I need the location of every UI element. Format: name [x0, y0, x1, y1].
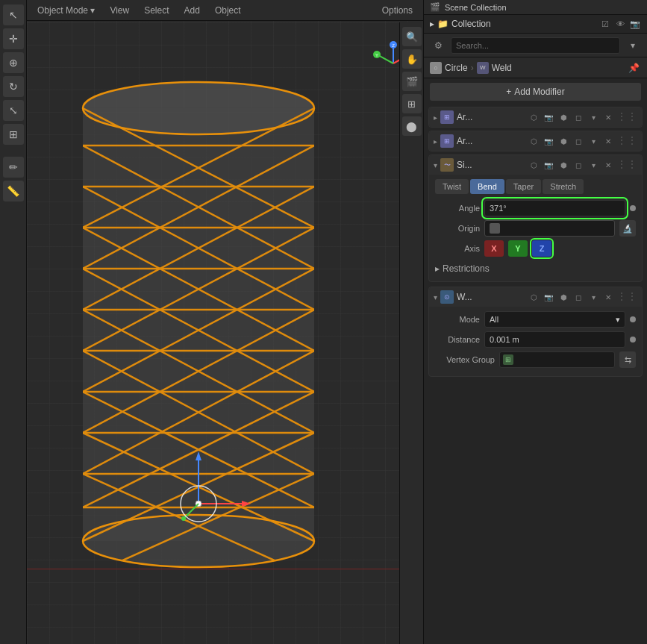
mod-drag-handle-2[interactable]: ⋮⋮: [616, 134, 637, 148]
collection-checkbox[interactable]: ☑: [599, 18, 611, 30]
viewport-camera[interactable]: 🎬: [402, 72, 422, 91]
right-panel: 🎬 Scene Collection ▸ 📁 Collection ☑ 👁 📷 …: [423, 0, 647, 644]
viewport-zoom-in[interactable]: 🔍: [402, 27, 422, 46]
weld-mode-select[interactable]: All ▾: [484, 311, 625, 328]
add-modifier-button[interactable]: + Add Modifier: [430, 83, 641, 101]
angle-value-field[interactable]: 371°: [484, 200, 625, 216]
axis-z-button[interactable]: Z: [532, 240, 551, 257]
mod-cage-btn-1[interactable]: ◻: [572, 110, 585, 124]
toolbar-rotate-tool[interactable]: ↻: [3, 76, 24, 97]
weld-mode-dot[interactable]: [630, 316, 636, 322]
weld-vertex-group-label: Vertex Group: [435, 355, 495, 364]
mod-realtime-btn-1[interactable]: ⬡: [527, 110, 540, 124]
tab-stretch[interactable]: Stretch: [543, 179, 584, 194]
modifier-expand-arrow-3[interactable]: ▾: [434, 161, 437, 169]
viewport-select-menu[interactable]: Select: [140, 4, 173, 17]
props-icon-button[interactable]: ⚙: [428, 36, 448, 55]
mod-editmode-btn-weld[interactable]: ⬢: [557, 290, 570, 304]
viewport-render-mode[interactable]: ⬤: [402, 116, 422, 136]
origin-label: Origin: [435, 224, 480, 233]
modifier-expand-arrow-weld[interactable]: ▾: [434, 293, 437, 301]
mod-render-btn-1[interactable]: 📷: [542, 110, 555, 124]
mod-dropdown-weld[interactable]: ▾: [587, 290, 600, 304]
modifier-name-2[interactable]: Ar...: [457, 136, 524, 146]
mod-delete-btn-weld[interactable]: ✕: [601, 290, 615, 304]
mod-dropdown-3[interactable]: ▾: [587, 158, 600, 172]
mod-dropdown-2[interactable]: ▾: [587, 134, 600, 148]
viewport-object-menu[interactable]: Object: [210, 4, 246, 17]
mod-editmode-btn-2[interactable]: ⬢: [557, 134, 570, 148]
weld-distance-field[interactable]: 0.001 m: [484, 331, 625, 348]
mod-render-btn-3[interactable]: 📷: [542, 158, 555, 172]
mod-dropdown-1[interactable]: ▾: [587, 110, 600, 124]
modifier-header-icons-1: ⬡ 📷 ⬢ ◻ ▾ ✕ ⋮⋮: [527, 110, 637, 124]
modifier-name-weld[interactable]: W...: [457, 292, 524, 302]
mod-render-btn-weld[interactable]: 📷: [542, 290, 555, 304]
toolbar-scale-tool[interactable]: ⤡: [3, 100, 24, 121]
pin-button[interactable]: 📌: [626, 60, 641, 75]
add-modifier-plus-icon: +: [506, 87, 511, 97]
toolbar-move-tool[interactable]: ⊕: [3, 52, 24, 73]
restrictions-expand-arrow: ▸: [435, 263, 440, 274]
mod-realtime-btn-2[interactable]: ⬡: [527, 134, 540, 148]
mod-render-btn-2[interactable]: 📷: [542, 134, 555, 148]
collection-expand-arrow[interactable]: ▸: [430, 19, 434, 29]
viewport-view-menu[interactable]: View: [105, 4, 134, 17]
collection-camera-icon[interactable]: 📷: [629, 18, 641, 30]
axis-label: Axis: [435, 244, 480, 253]
toolbar-transform-tool[interactable]: ⊞: [3, 124, 24, 145]
modifier-type-icon-weld: ⊙: [440, 290, 454, 304]
modifier-expand-arrow-1[interactable]: ▸: [434, 113, 437, 122]
mod-realtime-btn-3[interactable]: ⬡: [527, 158, 540, 172]
mod-delete-btn-3[interactable]: ✕: [601, 158, 615, 172]
collection-visibility-icons: ☑ 👁 📷: [599, 18, 641, 30]
props-search-input[interactable]: [451, 37, 620, 54]
modifier-expand-arrow-2[interactable]: ▸: [434, 137, 437, 146]
props-expand-button[interactable]: ▾: [623, 36, 643, 55]
vertex-group-arrow-button[interactable]: ⇆: [619, 351, 636, 368]
tab-twist[interactable]: Twist: [435, 179, 469, 194]
toolbar-annotate-tool[interactable]: ✏: [3, 157, 24, 178]
tab-taper[interactable]: Taper: [506, 179, 542, 194]
axis-x-button[interactable]: X: [484, 240, 504, 257]
breadcrumb-weld-label[interactable]: Weld: [492, 63, 512, 73]
modifier-header-icons-2: ⬡ 📷 ⬢ ◻ ▾ ✕ ⋮⋮: [527, 134, 637, 148]
angle-keyframe-dot[interactable]: [630, 205, 636, 211]
axis-y-button[interactable]: Y: [508, 240, 528, 257]
toolbar-cursor-tool[interactable]: ✛: [3, 28, 24, 49]
mod-cage-btn-3[interactable]: ◻: [572, 158, 585, 172]
mod-cage-btn-2[interactable]: ◻: [572, 134, 585, 148]
collection-eye-icon[interactable]: 👁: [614, 18, 626, 30]
tab-bend[interactable]: Bend: [470, 179, 504, 194]
origin-object-icon: [490, 223, 500, 234]
origin-eyedropper-button[interactable]: 🔬: [619, 220, 636, 237]
mod-realtime-btn-weld[interactable]: ⬡: [527, 290, 540, 304]
modifier-name-1[interactable]: Ar...: [457, 112, 524, 122]
modifier-name-3[interactable]: Si...: [457, 160, 524, 170]
breadcrumb-weld-icon: W: [477, 62, 489, 74]
mod-drag-handle-1[interactable]: ⋮⋮: [616, 110, 637, 124]
modifier-body-simple-deform: Twist Bend Taper Stretch Angle 371° Orig…: [429, 175, 642, 281]
3d-object-container: [72, 37, 325, 590]
viewport-pan[interactable]: ✋: [402, 49, 422, 69]
svg-text:Y: Y: [375, 53, 378, 57]
toolbar-measure-tool[interactable]: 📏: [3, 181, 24, 201]
toolbar-select-tool[interactable]: ↖: [3, 4, 24, 25]
mod-drag-handle-3[interactable]: ⋮⋮: [616, 158, 637, 172]
mod-editmode-btn-3[interactable]: ⬢: [557, 158, 570, 172]
restrictions-section-header[interactable]: ▸ Restrictions: [435, 260, 636, 277]
weld-distance-dot[interactable]: [630, 337, 636, 343]
viewport-add-menu[interactable]: Add: [180, 4, 204, 17]
mod-editmode-btn-1[interactable]: ⬢: [557, 110, 570, 124]
origin-value-field[interactable]: [484, 220, 615, 237]
weld-vertex-group-field[interactable]: ⊞: [499, 351, 615, 368]
viewport-mode-selector[interactable]: Object Mode ▾: [33, 4, 99, 17]
vertex-group-icon[interactable]: ⊞: [503, 354, 513, 365]
breadcrumb-circle-label[interactable]: Circle: [445, 63, 468, 73]
viewport-grid-toggle[interactable]: ⊞: [402, 94, 422, 113]
mod-drag-handle-weld[interactable]: ⋮⋮: [616, 290, 637, 304]
mod-cage-btn-weld[interactable]: ◻: [572, 290, 585, 304]
mod-delete-btn-2[interactable]: ✕: [601, 134, 615, 148]
viewport-options-menu[interactable]: Options: [378, 4, 417, 17]
mod-delete-btn-1[interactable]: ✕: [601, 110, 615, 124]
